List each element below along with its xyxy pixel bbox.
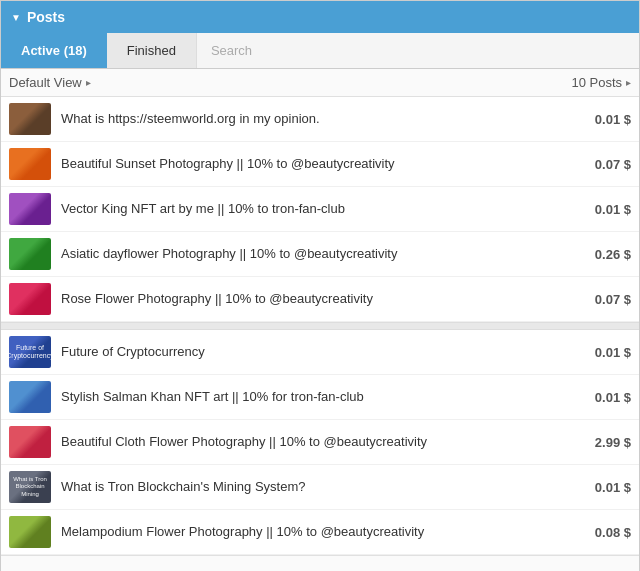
post-title: Melampodium Flower Photography || 10% to… — [61, 524, 566, 541]
posts-count-label: 10 Posts — [571, 75, 622, 90]
post-title: What is Tron Blockchain's Mining System? — [61, 479, 566, 496]
window-title: Posts — [27, 9, 65, 25]
post-thumbnail — [9, 193, 51, 225]
post-value: 0.08 $ — [576, 525, 631, 540]
post-title: Beautiful Sunset Photography || 10% to @… — [61, 156, 566, 173]
post-title: Asiatic dayflower Photography || 10% to … — [61, 246, 566, 263]
post-thumbnail — [9, 426, 51, 458]
post-title: Stylish Salman Khan NFT art || 10% for t… — [61, 389, 566, 406]
title-bar: ▼ Posts — [1, 1, 639, 33]
post-value: 0.07 $ — [576, 292, 631, 307]
section-divider — [1, 322, 639, 330]
post-thumbnail — [9, 381, 51, 413]
post-title: Rose Flower Photography || 10% to @beaut… — [61, 291, 566, 308]
tabs-bar: Active (18) Finished Search — [1, 33, 639, 69]
posts-list: What is https://steemworld.org in my opi… — [1, 97, 639, 555]
tab-finished[interactable]: Finished — [107, 33, 196, 68]
post-value: 0.01 $ — [576, 480, 631, 495]
post-value: 0.07 $ — [576, 157, 631, 172]
main-window: ▼ Posts Active (18) Finished Search Defa… — [0, 0, 640, 571]
default-view-selector[interactable]: Default View ▸ — [9, 75, 91, 90]
show-more-bar: Show more... — [1, 555, 639, 571]
list-item[interactable]: Stylish Salman Khan NFT art || 10% for t… — [1, 375, 639, 420]
post-thumbnail: Future of Cryptocurrency — [9, 336, 51, 368]
post-title: Future of Cryptocurrency — [61, 344, 566, 361]
list-item[interactable]: Vector King NFT art by me || 10% to tron… — [1, 187, 639, 232]
posts-group-1: What is https://steemworld.org in my opi… — [1, 97, 639, 322]
list-item[interactable]: Future of CryptocurrencyFuture of Crypto… — [1, 330, 639, 375]
list-item[interactable]: What is Tron Blockchain MiningWhat is Tr… — [1, 465, 639, 510]
post-value: 0.01 $ — [576, 390, 631, 405]
post-value: 0.01 $ — [576, 202, 631, 217]
post-title: Beautiful Cloth Flower Photography || 10… — [61, 434, 566, 451]
collapse-icon[interactable]: ▼ — [11, 12, 21, 23]
post-thumbnail — [9, 516, 51, 548]
list-item[interactable]: Melampodium Flower Photography || 10% to… — [1, 510, 639, 555]
post-title: Vector King NFT art by me || 10% to tron… — [61, 201, 566, 218]
toolbar: Default View ▸ 10 Posts ▸ — [1, 69, 639, 97]
default-view-label: Default View — [9, 75, 82, 90]
post-thumbnail — [9, 103, 51, 135]
list-item[interactable]: Beautiful Sunset Photography || 10% to @… — [1, 142, 639, 187]
list-item[interactable]: What is https://steemworld.org in my opi… — [1, 97, 639, 142]
post-thumbnail — [9, 238, 51, 270]
list-item[interactable]: Asiatic dayflower Photography || 10% to … — [1, 232, 639, 277]
post-title: What is https://steemworld.org in my opi… — [61, 111, 566, 128]
list-item[interactable]: Rose Flower Photography || 10% to @beaut… — [1, 277, 639, 322]
post-thumbnail: What is Tron Blockchain Mining — [9, 471, 51, 503]
tab-active[interactable]: Active (18) — [1, 33, 107, 68]
post-value: 0.01 $ — [576, 345, 631, 360]
search-input[interactable]: Search — [196, 33, 639, 68]
posts-group-2: Future of CryptocurrencyFuture of Crypto… — [1, 330, 639, 555]
default-view-arrow-icon: ▸ — [86, 77, 91, 88]
post-thumbnail — [9, 283, 51, 315]
post-value: 0.26 $ — [576, 247, 631, 262]
post-value: 2.99 $ — [576, 435, 631, 450]
post-value: 0.01 $ — [576, 112, 631, 127]
posts-count-selector[interactable]: 10 Posts ▸ — [571, 75, 631, 90]
posts-count-arrow-icon: ▸ — [626, 77, 631, 88]
post-thumbnail — [9, 148, 51, 180]
list-item[interactable]: Beautiful Cloth Flower Photography || 10… — [1, 420, 639, 465]
